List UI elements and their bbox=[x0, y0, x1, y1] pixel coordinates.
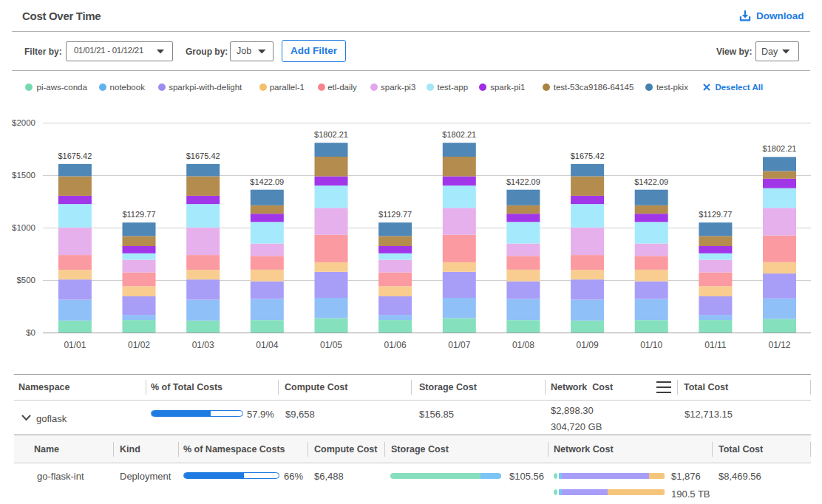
svg-text:$1802.21: $1802.21 bbox=[314, 130, 348, 139]
svg-text:01/11: 01/11 bbox=[704, 340, 726, 350]
svg-text:01/01: 01/01 bbox=[64, 340, 86, 350]
svg-text:$500: $500 bbox=[16, 276, 35, 285]
svg-text:$1422.09: $1422.09 bbox=[250, 177, 284, 186]
svg-text:01/08: 01/08 bbox=[512, 340, 534, 350]
svg-text:01/06: 01/06 bbox=[384, 340, 407, 350]
svg-text:$1129.77: $1129.77 bbox=[122, 210, 155, 219]
svg-text:01/10: 01/10 bbox=[640, 340, 662, 350]
svg-text:$1500: $1500 bbox=[12, 171, 35, 180]
svg-text:01/04: 01/04 bbox=[256, 340, 278, 350]
svg-text:$0: $0 bbox=[26, 328, 35, 337]
svg-text:01/05: 01/05 bbox=[320, 340, 342, 350]
svg-text:$1000: $1000 bbox=[12, 223, 35, 232]
svg-text:$1129.77: $1129.77 bbox=[378, 210, 412, 219]
svg-text:$1129.77: $1129.77 bbox=[699, 210, 732, 219]
svg-text:01/02: 01/02 bbox=[128, 340, 150, 350]
svg-text:$2000: $2000 bbox=[12, 118, 35, 127]
svg-text:$1802.21: $1802.21 bbox=[442, 130, 476, 139]
svg-text:01/07: 01/07 bbox=[448, 340, 470, 350]
svg-text:01/12: 01/12 bbox=[768, 340, 790, 350]
svg-text:$1675.42: $1675.42 bbox=[571, 151, 605, 160]
svg-text:$1422.09: $1422.09 bbox=[634, 177, 668, 186]
svg-text:$1675.42: $1675.42 bbox=[186, 151, 220, 160]
svg-text:$1422.09: $1422.09 bbox=[506, 177, 540, 186]
svg-text:$1802.21: $1802.21 bbox=[763, 144, 797, 153]
svg-text:$1675.42: $1675.42 bbox=[58, 151, 92, 160]
svg-text:01/09: 01/09 bbox=[577, 340, 599, 350]
svg-text:01/03: 01/03 bbox=[192, 340, 214, 350]
